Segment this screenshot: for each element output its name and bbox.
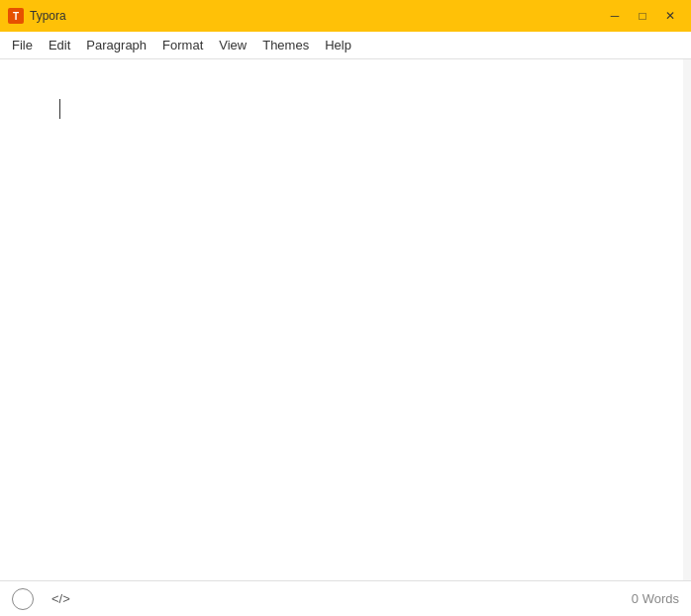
menu-item-view[interactable]: View	[211, 34, 254, 56]
word-count: 0 Words	[632, 591, 679, 606]
maximize-button[interactable]: □	[630, 6, 655, 26]
window-controls: ─ □ ✕	[602, 6, 683, 26]
menu-item-edit[interactable]: Edit	[41, 34, 78, 56]
menu-item-format[interactable]: Format	[154, 34, 211, 56]
status-left: </>	[12, 588, 74, 610]
main-content	[0, 59, 691, 580]
menu-item-help[interactable]: Help	[317, 34, 359, 56]
status-bar: </> 0 Words	[0, 580, 691, 616]
menu-item-file[interactable]: File	[4, 34, 41, 56]
title-bar: T Typora ─ □ ✕	[0, 0, 691, 32]
editor-area[interactable]	[0, 59, 683, 580]
app-title: Typora	[30, 9, 602, 23]
focus-mode-button[interactable]	[12, 588, 34, 610]
close-button[interactable]: ✕	[657, 6, 683, 26]
scrollbar[interactable]	[683, 59, 691, 580]
source-code-button[interactable]: </>	[48, 589, 74, 608]
app-icon: T	[8, 8, 24, 24]
text-cursor	[59, 99, 60, 119]
menu-bar: File Edit Paragraph Format View Themes H…	[0, 32, 691, 59]
minimize-button[interactable]: ─	[602, 6, 628, 26]
menu-item-themes[interactable]: Themes	[254, 34, 317, 56]
menu-item-paragraph[interactable]: Paragraph	[78, 34, 154, 56]
